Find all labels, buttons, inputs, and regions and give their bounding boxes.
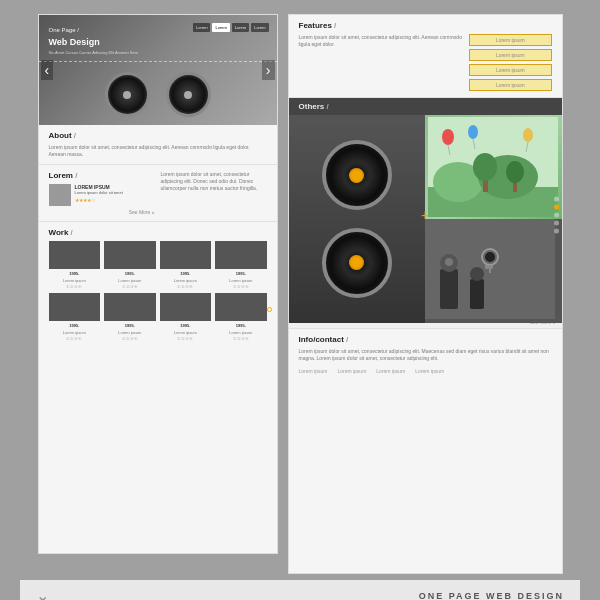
work-label: Lorem ipsum: [174, 278, 197, 283]
hero-section: One Page / Web Design Six Amet Cursus Cu…: [39, 15, 277, 125]
hero-prev-arrow[interactable]: ‹: [41, 60, 54, 80]
arrow-down-icon[interactable]: ⌄: [36, 586, 419, 600]
work-tags: ①②③④: [122, 285, 138, 289]
hero-nav-item-active[interactable]: Lorem: [212, 23, 229, 32]
right-page: Features Lorem ipsum dolor sit amet, con…: [288, 14, 563, 574]
info-text: Lorem ipsum dolor sit amet, consectetur …: [299, 348, 552, 362]
gallery-plus-icon: +: [421, 207, 429, 223]
gallery-dot[interactable]: [554, 229, 559, 234]
work-item: 1995. Lorem ipsum ①②③④: [160, 293, 212, 341]
gallery-dot[interactable]: [554, 213, 559, 218]
vinyl-top: [322, 140, 392, 210]
lorem-card-content: LOREM IPSUM Lorem ipsum dolor sit amet ★…: [75, 184, 123, 206]
others-section: Others: [289, 98, 562, 115]
info-links: Lorem ipsum Lorem ipsum Lorem ipsum Lore…: [299, 368, 552, 374]
work-thumbnail: [49, 241, 101, 269]
left-page: One Page / Web Design Six Amet Cursus Cu…: [38, 14, 278, 554]
work-item: 1995. Lorem ipsum ①②③④: [49, 241, 101, 289]
work-year: 1995.: [236, 323, 246, 328]
info-link[interactable]: Lorem ipsum: [376, 368, 405, 374]
gallery: +: [289, 115, 562, 315]
work-tags: ①②③④: [233, 337, 249, 341]
work-grid: 1995. Lorem ipsum ①②③④ 1995. Lorem ipsum…: [49, 241, 267, 341]
work-thumbnail: [49, 293, 101, 321]
lorem-title: Lorem: [49, 171, 155, 180]
work-thumbnail: [160, 241, 212, 269]
work-year: 1995.: [180, 323, 190, 328]
gallery-dot[interactable]: [554, 221, 559, 226]
work-item: 1995. Lorem ipsum ①②③④: [215, 293, 267, 341]
feature-tag: Lorem ipsum: [469, 64, 551, 76]
vinyl-bottom: [322, 228, 392, 298]
work-tags: ①②③④: [177, 337, 193, 341]
gallery-dot[interactable]: [554, 197, 559, 202]
svg-point-7: [506, 161, 524, 183]
work-year: 1995.: [69, 271, 79, 276]
work-section: Work 1995. Lorem ipsum ①②③④ 1995. Lorem …: [39, 222, 277, 553]
work-year: 1995.: [125, 271, 135, 276]
info-link[interactable]: Lorem ipsum: [299, 368, 328, 374]
svg-point-17: [445, 258, 453, 266]
lorem-section: Lorem LOREM IPSUM Lorem ipsum dolor sit …: [39, 165, 277, 222]
hero-title: One Page / Web Design Six Amet Cursus Cu…: [49, 25, 139, 56]
work-label: Lorem ipsum: [63, 330, 86, 335]
work-year: 1995.: [69, 323, 79, 328]
work-year: 1995.: [236, 271, 246, 276]
hero-nav-item[interactable]: Lorem: [193, 23, 210, 32]
feature-tag: Lorem ipsum: [469, 79, 551, 91]
svg-point-19: [470, 267, 484, 281]
hero-nav: Lorem Lorem Lorem Lorem: [193, 23, 268, 32]
bottom-bar: ⌄ ONE PAGE WEB DESIGN: [20, 580, 580, 600]
gallery-nav-dots: [554, 197, 559, 234]
lorem-right-text: Lorem ipsum dolor sit amet, consectetur …: [161, 171, 267, 215]
features-title: Features: [299, 21, 552, 30]
features-section: Features Lorem ipsum dolor sit amet, con…: [289, 15, 562, 98]
gallery-right: [425, 115, 562, 323]
work-thumbnail: [104, 241, 156, 269]
work-year: 1995.: [125, 323, 135, 328]
svg-point-10: [468, 125, 478, 139]
timeline-dot: [267, 307, 272, 312]
info-link[interactable]: Lorem ipsum: [337, 368, 366, 374]
hero-nav-item[interactable]: Lorem: [232, 23, 249, 32]
work-year: 1995.: [180, 271, 190, 276]
cd-disc-left: [105, 72, 150, 117]
work-title: Work: [49, 228, 267, 237]
see-more-link[interactable]: See More »: [49, 209, 155, 215]
hero-nav-item[interactable]: Lorem: [251, 23, 268, 32]
lorem-card: LOREM IPSUM Lorem ipsum dolor sit amet ★…: [49, 184, 155, 206]
hero-divider: [39, 61, 277, 62]
svg-point-12: [523, 128, 533, 142]
work-tags: ①②③④: [66, 285, 82, 289]
features-text: Lorem ipsum dolor sit amet, consectetur …: [299, 34, 464, 91]
work-tags: ①②③④: [122, 337, 138, 341]
lorem-left: Lorem LOREM IPSUM Lorem ipsum dolor sit …: [49, 171, 155, 215]
work-label: Lorem ipsum: [118, 330, 141, 335]
arrow-up-icon[interactable]: ⌃: [294, 0, 307, 8]
work-item: 1995. Lorem ipsum ①②③④: [49, 293, 101, 341]
work-item: 1995. Lorem ipsum ①②③④: [160, 241, 212, 289]
work-label: Lorem ipsum: [174, 330, 197, 335]
work-thumbnail: [104, 293, 156, 321]
about-section: About Lorem ipsum dolor sit amet, consec…: [39, 125, 277, 165]
hero-next-arrow[interactable]: ›: [262, 60, 275, 80]
cd-disc-right: [166, 72, 211, 117]
info-link[interactable]: Lorem ipsum: [415, 368, 444, 374]
work-thumbnail: [215, 241, 267, 269]
work-item: 1995. Lorem ipsum ①②③④: [104, 241, 156, 289]
svg-point-5: [473, 153, 497, 181]
work-label: Lorem ipsum: [229, 330, 252, 335]
work-item: 1995. Lorem ipsum ①②③④: [215, 241, 267, 289]
gallery-dot-active[interactable]: [554, 205, 559, 210]
gallery-left: [289, 115, 426, 323]
svg-point-8: [442, 129, 454, 145]
work-label: Lorem ipsum: [229, 278, 252, 283]
about-text: Lorem ipsum dolor sit amet, consectetur …: [49, 144, 267, 158]
work-item: 1995. Lorem ipsum ①②③④: [104, 293, 156, 341]
svg-rect-18: [470, 279, 484, 309]
features-tags: Lorem ipsum Lorem ipsum Lorem ipsum Lore…: [469, 34, 551, 91]
info-section: Info/contact Lorem ipsum dolor sit amet,…: [289, 328, 562, 573]
svg-rect-15: [440, 269, 458, 309]
work-label: Lorem ipsum: [63, 278, 86, 283]
lorem-thumbnail: [49, 184, 71, 206]
